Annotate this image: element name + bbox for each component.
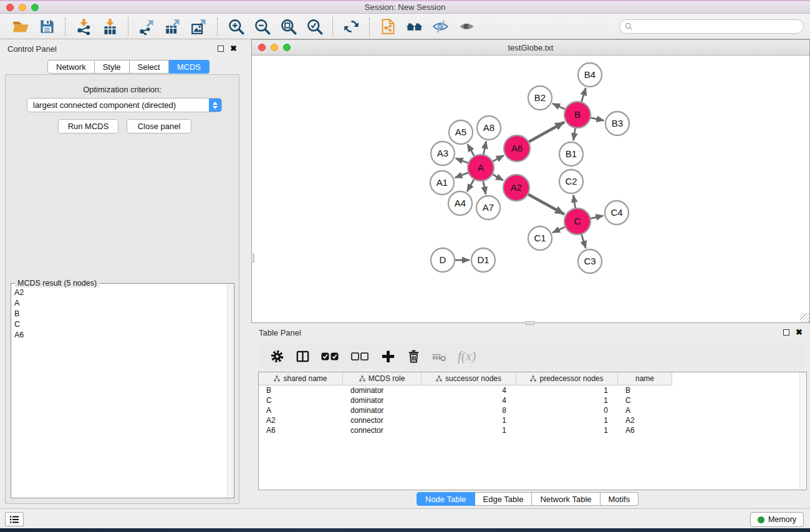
column-header-shared-name[interactable]: shared name [259, 372, 343, 385]
table-cell[interactable]: dominator [343, 395, 422, 405]
result-list-item[interactable]: A6 [12, 330, 226, 341]
graph-edge-A-A5[interactable] [468, 144, 475, 157]
export-image-button[interactable] [188, 17, 210, 37]
graph-node-B1[interactable]: B1 [559, 142, 583, 166]
add-column-button[interactable] [381, 349, 395, 364]
show-task-history-button[interactable] [5, 512, 24, 526]
network-canvas[interactable]: AA1A2A3A4A5A6A7A8BB1B2B3B4CC1C2C3C4DD1 [252, 56, 809, 322]
graph-node-B[interactable]: B [564, 102, 591, 128]
graph-edge-A-A6[interactable] [491, 155, 504, 162]
table-cell[interactable]: 0 [516, 405, 618, 415]
close-panel-button[interactable]: Close panel [127, 119, 191, 133]
close-table-panel-icon[interactable]: ✖ [796, 329, 803, 336]
graph-edge-A-A1[interactable] [455, 172, 470, 178]
refresh-button[interactable] [340, 17, 362, 37]
hide-panel-button[interactable] [430, 17, 451, 37]
graph-node-D1[interactable]: D1 [471, 248, 495, 272]
table-row[interactable]: Adominator80A [259, 405, 806, 415]
column-header-successor-nodes[interactable]: successor nodes [422, 372, 516, 385]
graph-edge-C-C4[interactable] [589, 216, 604, 219]
column-header-mcds-role[interactable]: MCDS role [343, 372, 422, 385]
table-cell[interactable]: 8 [422, 405, 516, 415]
tab-select[interactable]: Select [130, 60, 169, 74]
tab-network-table[interactable]: Network Table [532, 492, 600, 506]
float-table-panel-icon[interactable] [783, 329, 789, 336]
graph-edge-C-C3[interactable] [581, 233, 586, 248]
graph-node-C2[interactable]: C2 [559, 170, 583, 193]
save-session-button[interactable] [36, 17, 57, 37]
import-network-button[interactable] [73, 17, 94, 37]
table-cell[interactable]: A [259, 405, 343, 415]
export-table-button[interactable] [162, 17, 183, 37]
graph-edge-A6-B[interactable] [528, 122, 564, 143]
graph-edge-C-C1[interactable] [552, 226, 567, 233]
mcds-result-list[interactable]: A2ABCA6 [12, 288, 226, 497]
graph-edge-A-A2[interactable] [491, 173, 504, 180]
memory-button[interactable]: Memory [750, 512, 804, 527]
table-cell[interactable]: 1 [422, 415, 516, 425]
export-network-button[interactable] [136, 17, 157, 37]
graph-edge-A-A7[interactable] [483, 180, 486, 195]
graph-node-B3[interactable]: B3 [605, 112, 629, 135]
graph-node-D[interactable]: D [431, 248, 455, 272]
table-cell[interactable]: 1 [516, 415, 618, 425]
table-cell[interactable]: 4 [422, 395, 516, 405]
window-resize-grip-left[interactable] [251, 254, 254, 263]
home-button[interactable] [403, 17, 425, 37]
table-cell[interactable]: 1 [516, 395, 618, 405]
show-panel-button[interactable] [456, 17, 477, 37]
tab-node-table[interactable]: Node Table [417, 492, 475, 506]
zoom-out-button[interactable] [251, 17, 272, 37]
table-cell[interactable]: 4 [422, 385, 516, 395]
criterion-dropdown[interactable]: largest connected component (directed) [27, 98, 222, 112]
table-settings-button[interactable] [270, 349, 284, 364]
search-field[interactable] [619, 19, 804, 34]
network-from-file-button[interactable] [377, 17, 398, 37]
table-cell[interactable]: A2 [618, 415, 672, 425]
zoom-fit-button[interactable] [277, 17, 299, 37]
table-row[interactable]: Bdominator41B [259, 385, 806, 395]
graph-edge-A-A8[interactable] [483, 142, 486, 157]
table-row[interactable]: A2connector11A2 [259, 415, 806, 425]
close-panel-icon[interactable]: ✖ [230, 46, 237, 52]
table-cell[interactable]: 1 [516, 425, 618, 435]
graph-edge-A-A3[interactable] [456, 158, 470, 164]
table-cell[interactable]: C [259, 395, 343, 405]
open-session-button[interactable] [10, 17, 31, 37]
graph-node-A8[interactable]: A8 [477, 116, 501, 140]
result-list-item[interactable]: A2 [12, 288, 226, 298]
table-cell[interactable]: connector [343, 415, 422, 425]
import-table-button[interactable] [99, 17, 120, 37]
column-header-name[interactable]: name [618, 372, 672, 385]
column-header-predecessor-nodes[interactable]: predecessor nodes [516, 372, 618, 385]
table-cell[interactable]: C [618, 395, 672, 405]
graph-edge-A-A4[interactable] [467, 178, 475, 191]
table-cell[interactable]: A6 [259, 425, 343, 435]
window-resize-grip-corner[interactable] [800, 313, 809, 322]
graph-edge-B-B3[interactable] [589, 117, 604, 120]
graph-node-B2[interactable]: B2 [528, 86, 552, 110]
tab-style[interactable]: Style [95, 60, 130, 74]
table-cell[interactable]: A6 [618, 425, 672, 435]
graph-edge-B-B4[interactable] [581, 88, 586, 104]
search-input[interactable] [636, 22, 798, 31]
graph-node-C[interactable]: C [564, 208, 591, 235]
table-cell[interactable]: dominator [343, 405, 422, 415]
graph-edge-B-B2[interactable] [552, 104, 567, 110]
table-cell[interactable]: 1 [516, 385, 618, 395]
table-cell[interactable]: B [618, 385, 672, 395]
table-row[interactable]: Cdominator41C [259, 395, 806, 405]
table-cell[interactable]: dominator [343, 385, 422, 395]
result-list-item[interactable]: C [12, 319, 226, 330]
graph-node-A5[interactable]: A5 [449, 120, 473, 144]
graph-edge-B-B1[interactable] [573, 127, 576, 141]
function-builder-button[interactable]: f(x) [458, 349, 476, 364]
delete-table-button[interactable] [432, 349, 446, 364]
tab-network[interactable]: Network [47, 60, 95, 74]
panel-divider-grip[interactable] [526, 321, 534, 325]
tab-mcds[interactable]: MCDS [169, 60, 210, 74]
graph-edge-A2-C[interactable] [527, 193, 564, 214]
table-cell[interactable]: A [618, 405, 672, 415]
table-row[interactable]: A6connector11A6 [259, 425, 806, 435]
graph-node-A[interactable]: A [468, 155, 494, 181]
